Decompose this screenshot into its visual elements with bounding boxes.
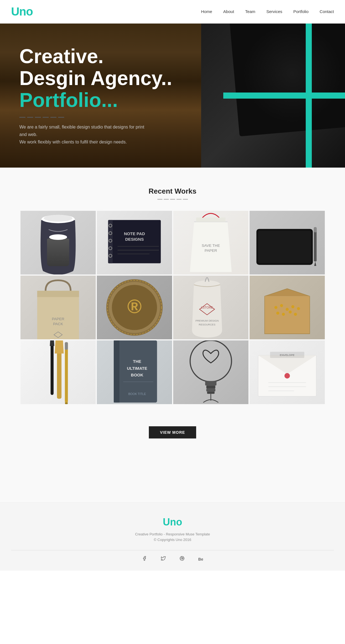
nav-item-portfolio[interactable]: Portfolio bbox=[293, 9, 308, 14]
nav-link-contact[interactable]: Contact bbox=[320, 9, 334, 14]
svg-text:ULTIMATE: ULTIMATE bbox=[127, 366, 147, 370]
svg-text:PAPER: PAPER bbox=[52, 317, 64, 321]
nav-link-home[interactable]: Home bbox=[201, 9, 212, 14]
social-twitter[interactable] bbox=[161, 556, 166, 562]
svg-text:ENVELOPE: ENVELOPE bbox=[280, 353, 295, 356]
svg-point-44 bbox=[276, 312, 279, 315]
envelope-svg: ENVELOPE bbox=[250, 342, 325, 403]
svg-rect-25 bbox=[37, 291, 79, 297]
portfolio-item-pouch[interactable]: LSTORE PREMIUM DESIGN RESOURCES bbox=[173, 276, 248, 339]
nav-item-home[interactable]: Home bbox=[201, 9, 212, 14]
medal-svg: ® bbox=[97, 276, 172, 339]
twitter-icon bbox=[161, 556, 166, 561]
footer-logo-text: no bbox=[170, 516, 182, 528]
nav-list: Home About Team Services Portfolio Conta… bbox=[201, 9, 334, 14]
recent-works-section: Recent Works COFFE PREMIUM bbox=[0, 168, 345, 469]
svg-text:BOOK: BOOK bbox=[131, 373, 143, 377]
footer-copyright: © Copyrights Uno 2016 bbox=[11, 538, 334, 542]
svg-rect-50 bbox=[65, 342, 68, 402]
logo-text: no bbox=[19, 5, 33, 18]
view-more-section: VIEW MORE bbox=[11, 418, 334, 455]
svg-rect-63 bbox=[206, 388, 215, 391]
svg-point-47 bbox=[294, 313, 297, 316]
svg-rect-52 bbox=[65, 342, 68, 350]
portfolio-item-medal[interactable]: ® bbox=[97, 276, 172, 339]
logo-accent: U bbox=[11, 5, 19, 18]
hero-title-line3: Portfolio... bbox=[19, 89, 118, 111]
box-svg bbox=[250, 276, 325, 339]
svg-point-68 bbox=[284, 373, 290, 378]
svg-rect-38 bbox=[264, 296, 310, 334]
hero-title-line2: Desgin Agency.. bbox=[19, 67, 172, 89]
nav-link-services[interactable]: Services bbox=[266, 9, 282, 14]
tablet-svg bbox=[250, 215, 325, 270]
svg-point-42 bbox=[291, 305, 294, 308]
site-logo[interactable]: Uno bbox=[11, 5, 33, 18]
light-bulb-svg bbox=[173, 340, 248, 404]
svg-text:®: ® bbox=[127, 295, 141, 317]
footer-description: Creative Portfolio - Responsive Muse Tem… bbox=[11, 532, 334, 536]
svg-marker-22 bbox=[314, 261, 316, 266]
nav-item-about[interactable]: About bbox=[223, 9, 234, 14]
svg-point-39 bbox=[274, 306, 277, 309]
svg-rect-61 bbox=[205, 381, 216, 385]
portfolio-item-notepad[interactable]: NOTE PAD DESIGNS bbox=[97, 211, 172, 274]
portfolio-item-bag[interactable]: PAPER PACK bbox=[20, 276, 96, 339]
footer-logo-accent: U bbox=[163, 516, 170, 528]
portfolio-item-box[interactable] bbox=[250, 276, 325, 339]
social-behance[interactable]: Be bbox=[198, 556, 203, 562]
nav-link-team[interactable]: Team bbox=[245, 9, 255, 14]
svg-text:PREMIUM DESIGN: PREMIUM DESIGN bbox=[195, 319, 219, 322]
art-tools-svg bbox=[20, 340, 96, 404]
portfolio-item-package[interactable]: SAVE THE PAPER bbox=[173, 211, 248, 274]
section-title: Recent Works bbox=[11, 187, 334, 196]
svg-point-4 bbox=[44, 215, 72, 221]
nav-link-about[interactable]: About bbox=[223, 9, 234, 14]
svg-rect-20 bbox=[258, 231, 311, 263]
social-dribbble[interactable] bbox=[180, 556, 185, 562]
section-divider bbox=[11, 199, 334, 200]
hero-divider bbox=[19, 117, 172, 118]
svg-rect-62 bbox=[206, 386, 215, 389]
hero-title-line1: Creative. bbox=[19, 45, 103, 67]
svg-rect-54 bbox=[114, 340, 119, 402]
hero-section: Creative. Desgin Agency.. Portfolio... W… bbox=[0, 24, 345, 168]
svg-text:SAVE THE: SAVE THE bbox=[202, 243, 220, 248]
nav-item-contact[interactable]: Contact bbox=[320, 9, 334, 14]
main-nav: Home About Team Services Portfolio Conta… bbox=[201, 9, 334, 14]
svg-marker-51 bbox=[65, 402, 68, 404]
nav-item-team[interactable]: Team bbox=[245, 9, 255, 14]
paper-bag-svg: PAPER PACK bbox=[20, 276, 96, 339]
svg-text:DESIGNS: DESIGNS bbox=[125, 237, 144, 242]
portfolio-item-art-tools[interactable] bbox=[20, 340, 96, 404]
portfolio-item-envelope[interactable]: ENVELOPE bbox=[250, 340, 325, 404]
portfolio-item-book[interactable]: THE ULTIMATE BOOK BOOK TITLE bbox=[97, 340, 172, 404]
spacer bbox=[0, 469, 345, 502]
portfolio-item-light-bulb[interactable] bbox=[173, 340, 248, 404]
site-header: Uno Home About Team Services Portfolio C… bbox=[0, 0, 345, 24]
svg-text:RESOURCES: RESOURCES bbox=[199, 323, 215, 326]
svg-text:THE: THE bbox=[133, 359, 141, 364]
svg-text:LSTORE: LSTORE bbox=[201, 306, 213, 309]
svg-text:NOTE PAD: NOTE PAD bbox=[124, 231, 145, 236]
svg-point-46 bbox=[289, 311, 292, 314]
svg-rect-5 bbox=[108, 220, 160, 263]
social-facebook[interactable] bbox=[142, 556, 147, 562]
svg-text:PAPER: PAPER bbox=[204, 248, 217, 253]
package-svg: SAVE THE PAPER bbox=[173, 211, 248, 274]
hero-content: Creative. Desgin Agency.. Portfolio... W… bbox=[0, 29, 191, 162]
svg-text:PACK: PACK bbox=[53, 322, 63, 326]
svg-point-45 bbox=[282, 313, 285, 316]
svg-text:BOOK TITLE: BOOK TITLE bbox=[128, 392, 146, 396]
view-more-button[interactable]: VIEW MORE bbox=[149, 426, 196, 438]
site-footer: Uno Creative Portfolio - Responsive Muse… bbox=[0, 502, 345, 571]
portfolio-item-tablet[interactable] bbox=[250, 211, 325, 274]
pouch-svg: LSTORE PREMIUM DESIGN RESOURCES bbox=[173, 276, 248, 339]
svg-rect-24 bbox=[37, 291, 79, 339]
gift-ribbon-vertical bbox=[306, 24, 312, 168]
nav-item-services[interactable]: Services bbox=[266, 9, 282, 14]
portfolio-item-coffee[interactable]: COFFE PREMIUM bbox=[20, 211, 96, 274]
portfolio-grid: COFFE PREMIUM NOTE PAD DESIGNS bbox=[20, 211, 325, 404]
gift-ribbon-horizontal bbox=[223, 93, 345, 99]
nav-link-portfolio[interactable]: Portfolio bbox=[293, 9, 308, 14]
